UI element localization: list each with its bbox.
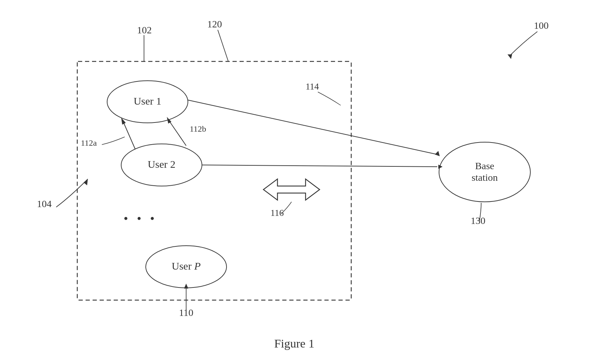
basestation-label2: station bbox=[472, 172, 498, 183]
label-104: 104 bbox=[37, 198, 52, 209]
label-130: 130 bbox=[471, 215, 485, 226]
diagram-container: 102 120 100 User 1 User 2 User P • • • B… bbox=[0, 0, 589, 364]
label-112b: 112b bbox=[190, 124, 206, 133]
label-114: 114 bbox=[306, 81, 319, 92]
ellipsis: • • • bbox=[124, 212, 157, 226]
user1-label: User 1 bbox=[133, 95, 161, 107]
user2-label: User 2 bbox=[148, 158, 175, 170]
label-112a: 112a bbox=[81, 138, 97, 147]
label-100: 100 bbox=[534, 20, 549, 31]
userP-label: User P bbox=[172, 260, 201, 272]
label-102: 102 bbox=[137, 25, 152, 35]
basestation-label: Base bbox=[475, 160, 494, 171]
label-120: 120 bbox=[207, 19, 222, 29]
label-116: 116 bbox=[270, 208, 284, 218]
figure-caption: Figure 1 bbox=[274, 337, 314, 350]
